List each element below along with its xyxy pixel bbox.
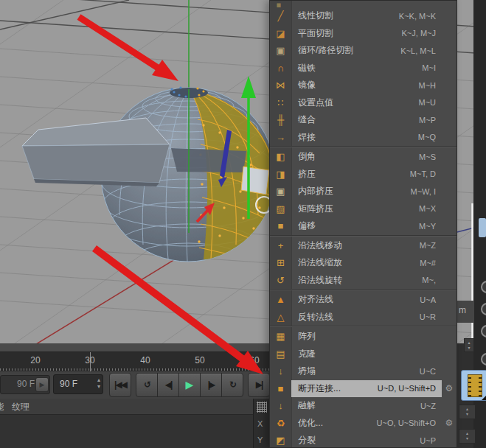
menu-item-smooth-shift[interactable]: ■偏移M~Y <box>270 217 457 235</box>
value-spinner[interactable]: ▴▾ <box>464 338 474 352</box>
ruler-tick-label: 20 <box>30 355 40 365</box>
corner-flag <box>482 395 486 400</box>
menu-item-bevel[interactable]: ◧倒角M~S <box>270 148 457 166</box>
menu-item-label: 矩阵挤压 <box>298 203 333 215</box>
partial-tab[interactable]: 能 <box>0 401 4 413</box>
texture-tab[interactable]: 纹理 <box>12 401 29 413</box>
menu-item-linear-cut[interactable]: ╱线性切割K~K, M~K <box>270 7 457 25</box>
frame-field[interactable]: 90 F ▴▾ <box>53 374 103 394</box>
menu-item-weld[interactable]: →焊接M~Q <box>270 129 457 147</box>
menu-item-split[interactable]: ◩分裂U~P <box>270 432 457 448</box>
loop-button[interactable]: ↻ <box>221 373 243 397</box>
loop-path-cut-icon: ▣ <box>270 42 291 60</box>
value-spinner[interactable]: ▴▾ <box>459 429 476 444</box>
set-point-value-icon: ∷ <box>270 94 291 112</box>
field-fragment <box>479 218 486 237</box>
y-axis-arrowhead[interactable] <box>241 76 256 98</box>
melt-icon: ↓ <box>270 397 291 415</box>
menu-item-label: 断开连接... <box>298 382 341 395</box>
slider-handle[interactable]: ▶ <box>35 377 49 392</box>
menu-item-clone[interactable]: ▤克隆 <box>270 346 457 363</box>
material-manager-tabbar: 能 纹理 <box>0 399 253 415</box>
menu-item-extrude[interactable]: ◨挤压M~T, D <box>270 166 457 183</box>
disconnect-icon: ■ <box>270 380 291 398</box>
menu-item-normal-move[interactable]: +沿法线移动M~Z <box>270 237 457 255</box>
menu-item-shortcut: U~A <box>420 295 436 304</box>
menu-item-extrude-inner[interactable]: ▣内部挤压M~W, I <box>270 183 457 200</box>
menu-item-label: 镜像 <box>298 79 316 91</box>
unit-fragment: m <box>457 301 474 323</box>
reverse-normals-icon: △ <box>270 309 291 326</box>
menu-item-shortcut: M~Q <box>418 133 436 141</box>
menu-item-shortcut: U~D, U~Shift+D <box>378 384 436 393</box>
play-backwards-button[interactable]: ↺ <box>136 373 158 397</box>
menu-item-matrix-extrude[interactable]: ▨矩阵挤压M~X <box>270 200 457 218</box>
menu-item-shortcut: M~T, D <box>410 169 436 178</box>
play-forward-icon: ▶ <box>186 379 194 391</box>
previous-frame-icon: ◀| <box>165 379 172 390</box>
weld-icon: → <box>270 129 291 147</box>
range-end-value: 90 F <box>17 379 35 389</box>
menu-item-shortcut: M~X <box>419 204 436 213</box>
split-icon: ◩ <box>270 432 291 448</box>
menu-item-disconnect[interactable]: ■断开连接...U~D, U~Shift+D⚙ <box>270 380 457 398</box>
ruler-tick-label: 60 <box>249 355 259 365</box>
value-spinner[interactable]: ▴▾ <box>459 405 476 419</box>
frame-spinner-arrows[interactable]: ▴▾ <box>97 377 100 390</box>
normal-move-icon: + <box>270 237 291 255</box>
menu-item-shortcut: M~Y <box>419 222 436 231</box>
transport-group: ↺◀|▶|▶↻ <box>136 373 243 397</box>
menu-item-shortcut: M~H <box>418 81 436 90</box>
menu-item-reverse-normals[interactable]: △反转法线U~R <box>270 309 457 326</box>
menu-item-shortcut: K~L, M~L <box>400 46 436 55</box>
grid-dots-icon <box>257 402 267 413</box>
menu-item-collapse[interactable]: ↓坍塌U~C <box>270 363 457 380</box>
menu-item-shortcut: M~P <box>419 116 436 125</box>
menu-item-shortcut: U~R <box>420 312 436 321</box>
menu-item-label: 设置点值 <box>298 97 333 109</box>
menu-item-label: 坍塌 <box>298 365 316 377</box>
goto-start-button[interactable]: |◀◀ <box>109 373 131 397</box>
normal-scale-icon: ⊞ <box>270 254 291 272</box>
previous-frame-button[interactable]: ◀| <box>157 373 179 397</box>
menu-item-set-point-value[interactable]: ∷设置点值M~U <box>270 94 457 112</box>
menu-item-optimize[interactable]: ♻优化...U~O, U~Shift+O⚙ <box>270 415 457 433</box>
stitch-and-sew-icon: ╫ <box>270 111 291 129</box>
coordinates-strip: X Y <box>253 399 270 448</box>
next-frame-button[interactable]: |▶ <box>200 373 222 397</box>
menu-item-magnet[interactable]: ∩磁铁M~I <box>270 60 457 77</box>
ruler-tick-label: 30 <box>85 355 94 365</box>
menu-item-label: 阵列 <box>298 330 316 343</box>
gear-icon[interactable]: ⚙ <box>442 383 457 393</box>
teapot-spout[interactable] <box>22 118 170 186</box>
menu-item-loop-path-cut[interactable]: ▣循环/路径切割K~L, M~L <box>270 42 457 60</box>
filmstrip-icon <box>468 374 482 397</box>
material-manager-area[interactable] <box>0 415 253 448</box>
menu-item-shortcut: M~, <box>422 276 436 284</box>
clone-icon: ▤ <box>270 346 291 363</box>
menu-item-shortcut: M~Z <box>420 241 436 250</box>
menu-item-melt[interactable]: ↓融解U~Z <box>270 397 457 415</box>
play-forward-button[interactable]: ▶ <box>178 373 201 397</box>
menu-item-mirror[interactable]: ⋈镜像M~H <box>270 77 457 94</box>
menu-item-shortcut: U~Z <box>420 402 436 410</box>
timeline-range-slider[interactable]: 90 F ▶ <box>0 375 50 394</box>
menu-item-label: 内部挤压 <box>298 185 333 197</box>
gear-icon[interactable]: ⚙ <box>442 418 457 428</box>
menu-item-label: 反转法线 <box>298 311 333 323</box>
menu-item-array[interactable]: ▦阵列 <box>270 328 457 346</box>
menu-item-label: 沿法线缩放 <box>298 256 342 269</box>
menu-item-stitch-and-sew[interactable]: ╫缝合M~P <box>270 111 457 129</box>
loop-icon: ↻ <box>229 379 235 390</box>
menu-item-label: 偏移 <box>298 220 316 232</box>
filmstrip-button[interactable] <box>461 370 486 401</box>
mirror-icon: ⋈ <box>270 77 291 94</box>
menu-item-label: 焊接 <box>298 131 316 144</box>
x-axis-label: X <box>257 419 263 428</box>
menu-item-normal-scale[interactable]: ⊞沿法线缩放M~# <box>270 254 457 272</box>
menu-item-normal-rotate[interactable]: ↺沿法线旋转M~, <box>270 272 457 290</box>
menu-item-plane-cut[interactable]: ◪平面切割K~J, M~J <box>270 25 457 43</box>
goto-end-button[interactable]: ▶| <box>248 373 270 397</box>
menu-item-align-normals[interactable]: ▲对齐法线U~A <box>270 291 457 309</box>
extrude-inner-icon: ▣ <box>270 183 291 200</box>
